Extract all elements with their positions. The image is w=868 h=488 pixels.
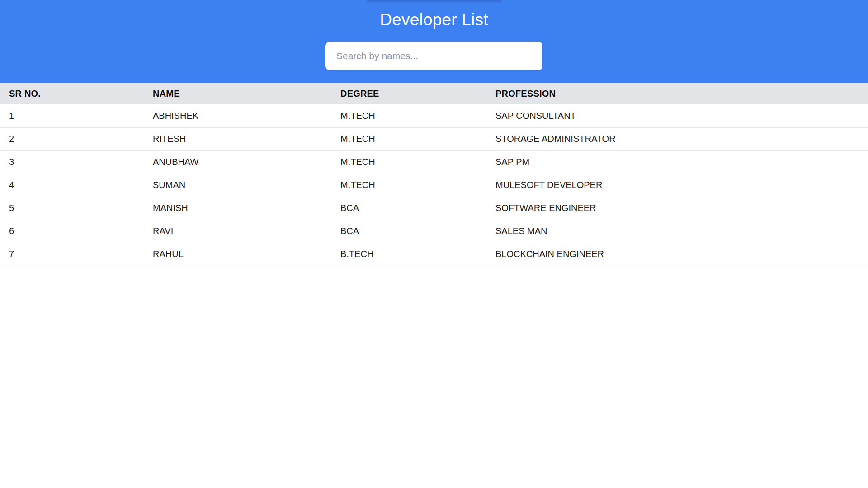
cell-sr-no: 7 bbox=[0, 243, 144, 266]
column-header-profession: PROFESSION bbox=[486, 83, 868, 104]
cell-sr-no: 4 bbox=[0, 174, 144, 197]
cell-name: ABHISHEK bbox=[144, 104, 331, 127]
cell-name: ANUBHAW bbox=[144, 150, 331, 174]
cell-degree: M.TECH bbox=[331, 127, 486, 150]
column-header-sr-no: SR NO. bbox=[0, 83, 144, 104]
table-header-row: SR NO. NAME DEGREE PROFESSION bbox=[0, 83, 868, 104]
cell-degree: M.TECH bbox=[331, 150, 486, 174]
table-row: 6 RAVI BCA SALES MAN bbox=[0, 220, 868, 243]
developer-table: SR NO. NAME DEGREE PROFESSION 1 ABHISHEK… bbox=[0, 83, 868, 266]
cell-degree: B.TECH bbox=[331, 243, 486, 266]
cell-profession: SAP CONSULTANT bbox=[486, 104, 868, 127]
page-header: Developer List bbox=[0, 0, 868, 83]
column-header-degree: DEGREE bbox=[331, 83, 486, 104]
table-row: 4 SUMAN M.TECH MULESOFT DEVELOPER bbox=[0, 174, 868, 197]
table-row: 2 RITESH M.TECH STORAGE ADMINISTRATOR bbox=[0, 127, 868, 150]
cell-sr-no: 6 bbox=[0, 220, 144, 243]
cell-name: SUMAN bbox=[144, 174, 331, 197]
cell-profession: SAP PM bbox=[486, 150, 868, 174]
cell-degree: BCA bbox=[331, 197, 486, 220]
cell-name: RAHUL bbox=[144, 243, 331, 266]
cell-profession: STORAGE ADMINISTRATOR bbox=[486, 127, 868, 150]
cell-sr-no: 2 bbox=[0, 127, 144, 150]
top-edge-shadow-artifact bbox=[367, 0, 501, 3]
cell-degree: M.TECH bbox=[331, 104, 486, 127]
search-input[interactable] bbox=[326, 42, 542, 70]
cell-name: MANISH bbox=[144, 197, 331, 220]
cell-name: RAVI bbox=[144, 220, 331, 243]
table-row: 1 ABHISHEK M.TECH SAP CONSULTANT bbox=[0, 104, 868, 127]
cell-profession: SALES MAN bbox=[486, 220, 868, 243]
cell-degree: M.TECH bbox=[331, 174, 486, 197]
cell-sr-no: 3 bbox=[0, 150, 144, 174]
table-row: 3 ANUBHAW M.TECH SAP PM bbox=[0, 150, 868, 174]
table-body: 1 ABHISHEK M.TECH SAP CONSULTANT 2 RITES… bbox=[0, 104, 868, 266]
cell-profession: MULESOFT DEVELOPER bbox=[486, 174, 868, 197]
cell-sr-no: 5 bbox=[0, 197, 144, 220]
page-title: Developer List bbox=[380, 9, 488, 31]
cell-name: RITESH bbox=[144, 127, 331, 150]
table-header: SR NO. NAME DEGREE PROFESSION bbox=[0, 83, 868, 104]
table-row: 7 RAHUL B.TECH BLOCKCHAIN ENGINEER bbox=[0, 243, 868, 266]
cell-degree: BCA bbox=[331, 220, 486, 243]
column-header-name: NAME bbox=[144, 83, 331, 104]
cell-profession: BLOCKCHAIN ENGINEER bbox=[486, 243, 868, 266]
cell-sr-no: 1 bbox=[0, 104, 144, 127]
cell-profession: SOFTWARE ENGINEER bbox=[486, 197, 868, 220]
table-row: 5 MANISH BCA SOFTWARE ENGINEER bbox=[0, 197, 868, 220]
